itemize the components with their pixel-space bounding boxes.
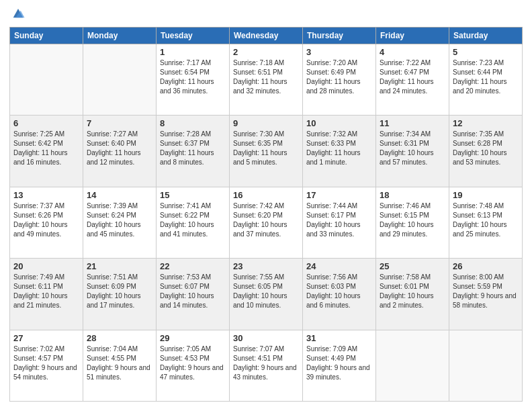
day-info: Sunrise: 7:30 AM Sunset: 6:35 PM Dayligh… bbox=[233, 130, 299, 167]
calendar-cell: 15Sunrise: 7:41 AM Sunset: 6:22 PM Dayli… bbox=[157, 187, 230, 258]
day-number: 30 bbox=[233, 333, 299, 343]
day-info: Sunrise: 7:55 AM Sunset: 6:05 PM Dayligh… bbox=[233, 273, 299, 310]
day-number: 28 bbox=[87, 333, 152, 343]
day-info: Sunrise: 7:58 AM Sunset: 6:01 PM Dayligh… bbox=[380, 273, 445, 310]
weekday-header-monday: Monday bbox=[83, 28, 157, 44]
day-info: Sunrise: 7:37 AM Sunset: 6:26 PM Dayligh… bbox=[13, 201, 79, 239]
calendar-cell: 27Sunrise: 7:02 AM Sunset: 4:57 PM Dayli… bbox=[10, 330, 83, 401]
day-info: Sunrise: 7:07 AM Sunset: 4:51 PM Dayligh… bbox=[233, 345, 299, 382]
day-info: Sunrise: 7:17 AM Sunset: 6:54 PM Dayligh… bbox=[160, 58, 226, 96]
calendar-cell: 3Sunrise: 7:20 AM Sunset: 6:49 PM Daylig… bbox=[303, 44, 376, 116]
weekday-header-saturday: Saturday bbox=[449, 28, 523, 44]
day-number: 16 bbox=[233, 190, 299, 200]
day-info: Sunrise: 7:34 AM Sunset: 6:31 PM Dayligh… bbox=[380, 130, 445, 167]
day-info: Sunrise: 7:22 AM Sunset: 6:47 PM Dayligh… bbox=[380, 58, 445, 96]
day-info: Sunrise: 7:48 AM Sunset: 6:13 PM Dayligh… bbox=[453, 201, 519, 239]
day-number: 25 bbox=[380, 261, 445, 271]
calendar-cell bbox=[83, 44, 157, 116]
calendar-cell: 11Sunrise: 7:34 AM Sunset: 6:31 PM Dayli… bbox=[376, 116, 449, 187]
day-info: Sunrise: 7:39 AM Sunset: 6:24 PM Dayligh… bbox=[87, 201, 152, 239]
day-number: 12 bbox=[453, 118, 519, 128]
day-number: 7 bbox=[87, 118, 152, 128]
calendar-cell: 18Sunrise: 7:46 AM Sunset: 6:15 PM Dayli… bbox=[376, 187, 449, 258]
week-row-2: 6Sunrise: 7:25 AM Sunset: 6:42 PM Daylig… bbox=[10, 116, 523, 187]
calendar-cell: 16Sunrise: 7:42 AM Sunset: 6:20 PM Dayli… bbox=[230, 187, 303, 258]
calendar-cell: 31Sunrise: 7:09 AM Sunset: 4:49 PM Dayli… bbox=[303, 330, 376, 401]
calendar-cell: 23Sunrise: 7:55 AM Sunset: 6:05 PM Dayli… bbox=[230, 259, 303, 330]
calendar-cell: 2Sunrise: 7:18 AM Sunset: 6:51 PM Daylig… bbox=[230, 44, 303, 116]
day-info: Sunrise: 7:04 AM Sunset: 4:55 PM Dayligh… bbox=[87, 345, 152, 382]
day-info: Sunrise: 7:46 AM Sunset: 6:15 PM Dayligh… bbox=[380, 201, 445, 239]
calendar-cell bbox=[10, 44, 83, 116]
calendar-cell: 8Sunrise: 7:28 AM Sunset: 6:37 PM Daylig… bbox=[157, 116, 230, 187]
weekday-header-sunday: Sunday bbox=[10, 28, 83, 44]
calendar-cell: 14Sunrise: 7:39 AM Sunset: 6:24 PM Dayli… bbox=[83, 187, 157, 258]
day-number: 1 bbox=[160, 47, 226, 57]
weekday-header-thursday: Thursday bbox=[303, 28, 376, 44]
day-info: Sunrise: 7:35 AM Sunset: 6:28 PM Dayligh… bbox=[453, 130, 519, 167]
day-info: Sunrise: 7:51 AM Sunset: 6:09 PM Dayligh… bbox=[87, 273, 152, 310]
calendar-cell: 12Sunrise: 7:35 AM Sunset: 6:28 PM Dayli… bbox=[449, 116, 523, 187]
day-number: 19 bbox=[453, 190, 519, 200]
day-info: Sunrise: 7:18 AM Sunset: 6:51 PM Dayligh… bbox=[233, 58, 299, 96]
day-number: 11 bbox=[380, 118, 445, 128]
calendar-cell: 24Sunrise: 7:56 AM Sunset: 6:03 PM Dayli… bbox=[303, 259, 376, 330]
day-number: 24 bbox=[306, 261, 372, 271]
logo bbox=[9, 7, 27, 21]
day-number: 21 bbox=[87, 261, 152, 271]
calendar-cell: 9Sunrise: 7:30 AM Sunset: 6:35 PM Daylig… bbox=[230, 116, 303, 187]
day-number: 5 bbox=[453, 47, 519, 57]
calendar-cell: 30Sunrise: 7:07 AM Sunset: 4:51 PM Dayli… bbox=[230, 330, 303, 401]
calendar-cell: 21Sunrise: 7:51 AM Sunset: 6:09 PM Dayli… bbox=[83, 259, 157, 330]
day-info: Sunrise: 7:02 AM Sunset: 4:57 PM Dayligh… bbox=[13, 345, 79, 382]
day-number: 27 bbox=[13, 333, 79, 343]
day-number: 29 bbox=[160, 333, 226, 343]
day-info: Sunrise: 7:25 AM Sunset: 6:42 PM Dayligh… bbox=[13, 130, 79, 167]
calendar-cell bbox=[376, 330, 449, 401]
day-info: Sunrise: 8:00 AM Sunset: 5:59 PM Dayligh… bbox=[453, 273, 519, 310]
weekday-header-tuesday: Tuesday bbox=[157, 28, 230, 44]
day-number: 15 bbox=[160, 190, 226, 200]
day-number: 2 bbox=[233, 47, 299, 57]
day-info: Sunrise: 7:28 AM Sunset: 6:37 PM Dayligh… bbox=[160, 130, 226, 167]
day-number: 14 bbox=[87, 190, 152, 200]
weekday-header-wednesday: Wednesday bbox=[230, 28, 303, 44]
day-number: 3 bbox=[306, 47, 372, 57]
day-info: Sunrise: 7:42 AM Sunset: 6:20 PM Dayligh… bbox=[233, 201, 299, 239]
calendar-cell bbox=[449, 330, 523, 401]
calendar-cell: 1Sunrise: 7:17 AM Sunset: 6:54 PM Daylig… bbox=[157, 44, 230, 116]
weekday-header-friday: Friday bbox=[376, 28, 449, 44]
day-number: 9 bbox=[233, 118, 299, 128]
day-number: 18 bbox=[380, 190, 445, 200]
calendar-cell: 25Sunrise: 7:58 AM Sunset: 6:01 PM Dayli… bbox=[376, 259, 449, 330]
day-info: Sunrise: 7:32 AM Sunset: 6:33 PM Dayligh… bbox=[306, 130, 372, 167]
calendar: SundayMondayTuesdayWednesdayThursdayFrid… bbox=[9, 27, 523, 402]
day-number: 23 bbox=[233, 261, 299, 271]
day-number: 4 bbox=[380, 47, 445, 57]
calendar-cell: 20Sunrise: 7:49 AM Sunset: 6:11 PM Dayli… bbox=[10, 259, 83, 330]
week-row-5: 27Sunrise: 7:02 AM Sunset: 4:57 PM Dayli… bbox=[10, 330, 523, 401]
calendar-cell: 28Sunrise: 7:04 AM Sunset: 4:55 PM Dayli… bbox=[83, 330, 157, 401]
day-info: Sunrise: 7:05 AM Sunset: 4:53 PM Dayligh… bbox=[160, 345, 226, 382]
day-number: 8 bbox=[160, 118, 226, 128]
weekday-header-row: SundayMondayTuesdayWednesdayThursdayFrid… bbox=[10, 28, 523, 44]
day-info: Sunrise: 7:27 AM Sunset: 6:40 PM Dayligh… bbox=[87, 130, 152, 167]
day-number: 17 bbox=[306, 190, 372, 200]
calendar-cell: 29Sunrise: 7:05 AM Sunset: 4:53 PM Dayli… bbox=[157, 330, 230, 401]
day-number: 22 bbox=[160, 261, 226, 271]
week-row-4: 20Sunrise: 7:49 AM Sunset: 6:11 PM Dayli… bbox=[10, 259, 523, 330]
day-number: 13 bbox=[13, 190, 79, 200]
calendar-cell: 13Sunrise: 7:37 AM Sunset: 6:26 PM Dayli… bbox=[10, 187, 83, 258]
day-number: 10 bbox=[306, 118, 372, 128]
day-info: Sunrise: 7:23 AM Sunset: 6:44 PM Dayligh… bbox=[453, 58, 519, 96]
calendar-cell: 7Sunrise: 7:27 AM Sunset: 6:40 PM Daylig… bbox=[83, 116, 157, 187]
day-info: Sunrise: 7:09 AM Sunset: 4:49 PM Dayligh… bbox=[306, 345, 372, 382]
week-row-1: 1Sunrise: 7:17 AM Sunset: 6:54 PM Daylig… bbox=[10, 44, 523, 116]
calendar-cell: 10Sunrise: 7:32 AM Sunset: 6:33 PM Dayli… bbox=[303, 116, 376, 187]
day-number: 31 bbox=[306, 333, 372, 343]
calendar-cell: 17Sunrise: 7:44 AM Sunset: 6:17 PM Dayli… bbox=[303, 187, 376, 258]
day-info: Sunrise: 7:44 AM Sunset: 6:17 PM Dayligh… bbox=[306, 201, 372, 239]
calendar-cell: 19Sunrise: 7:48 AM Sunset: 6:13 PM Dayli… bbox=[449, 187, 523, 258]
calendar-cell: 4Sunrise: 7:22 AM Sunset: 6:47 PM Daylig… bbox=[376, 44, 449, 116]
week-row-3: 13Sunrise: 7:37 AM Sunset: 6:26 PM Dayli… bbox=[10, 187, 523, 258]
